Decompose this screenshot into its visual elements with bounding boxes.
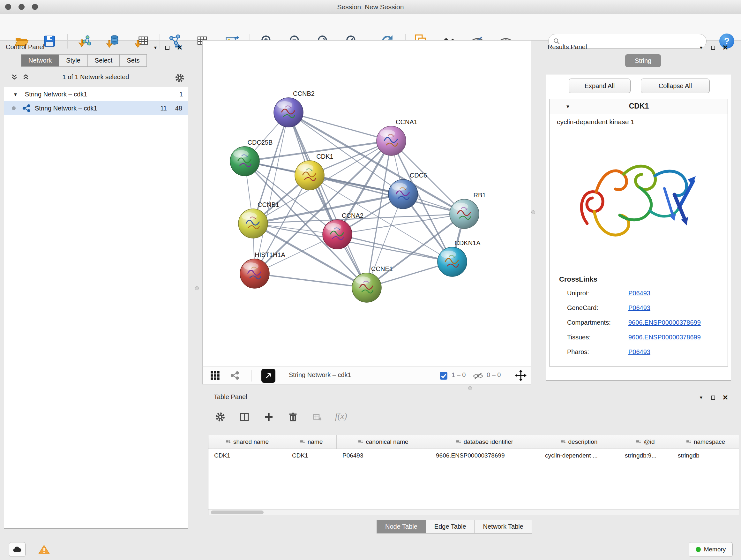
tab-network[interactable]: Network [21, 54, 59, 67]
table-settings-gear-icon[interactable] [215, 412, 225, 422]
function-builder-fx-icon: f(x) [335, 411, 347, 421]
birds-eye-view-grid-icon[interactable] [210, 371, 220, 380]
crosslink-row: Compartments:9606.ENSP00000378699 [549, 315, 728, 330]
panel-close-icon[interactable]: × [723, 394, 728, 401]
table-horizontal-scrollbar[interactable] [208, 509, 739, 515]
crosslink-link[interactable]: P06493 [628, 304, 650, 312]
network-view-toolbar: String Network – cdk1 1 – 0 0 – 0 [202, 367, 531, 384]
crosslink-link[interactable]: 9606.ENSP00000378699 [628, 319, 701, 326]
network-row-label: String Network – cdk1 [35, 105, 97, 112]
gene-description: cyclin-dependent kinase 1 [557, 118, 634, 126]
selected-checkbox-icon[interactable] [440, 372, 448, 380]
panel-float-icon[interactable] [711, 395, 715, 400]
table-cell[interactable]: stringdb:9... [619, 449, 672, 462]
panel-close-icon[interactable]: × [177, 44, 182, 51]
title-bar: Session: New Session [0, 0, 741, 14]
node-CDK1[interactable]: CDK1 [295, 153, 333, 190]
network-collection-row[interactable]: ▼ String Network – cdk1 1 [4, 87, 188, 101]
application-window: Session: New Session [0, 0, 741, 560]
create-column-plus-icon[interactable] [264, 412, 274, 422]
table-row[interactable]: CDK1CDK1P064939606.ENSP00000378699cyclin… [208, 449, 739, 462]
column-header-database-identifier[interactable]: database identifier [430, 435, 539, 449]
memory-button[interactable]: Memory [689, 542, 733, 557]
import-network-from-database-icon[interactable] [105, 33, 122, 50]
crosslink-link[interactable]: 9606.ENSP00000378699 [628, 334, 701, 341]
table-header-row: shared namenamecanonical namedatabase id… [208, 435, 739, 449]
panel-float-icon[interactable] [711, 46, 715, 50]
crosslink-link[interactable]: P06493 [628, 348, 650, 356]
edge-HIST1H1A-CCNE1[interactable] [255, 273, 367, 288]
results-tab-string[interactable]: String [625, 54, 661, 67]
edge-CDC6-CCNB1[interactable] [253, 194, 403, 224]
tab-edge-table[interactable]: Edge Table [426, 520, 475, 534]
open-in-new-window-icon[interactable] [261, 369, 275, 383]
table-cell[interactable]: 9606.ENSP00000378699 [430, 449, 539, 462]
horizontal-splitter-handle[interactable] [468, 386, 472, 390]
table-cell[interactable]: cyclin-dependent ... [539, 449, 619, 462]
network-options-gear-icon[interactable] [175, 73, 185, 83]
panel-menu-icon[interactable]: ▼ [699, 395, 703, 400]
network-row-selected[interactable]: String Network – cdk1 11 48 [4, 101, 188, 115]
column-header-shared-name[interactable]: shared name [208, 435, 286, 449]
table-cell[interactable]: CDK1 [286, 449, 337, 462]
network-edge-count: 48 [175, 105, 182, 112]
import-network-from-file-icon[interactable] [77, 33, 94, 50]
network-canvas[interactable]: CCNB2CCNA1CDC25BCDK1CDC6RB1CCNB1CCNA2CDK… [202, 40, 531, 367]
minimize-window-icon[interactable] [18, 4, 24, 10]
scrollbar-thumb[interactable] [211, 510, 264, 514]
node-label-RB1: RB1 [474, 192, 486, 199]
column-header-@id[interactable]: @id [619, 435, 672, 449]
node-RB1[interactable]: RB1 [450, 192, 486, 229]
table-cell[interactable]: P06493 [337, 449, 430, 462]
panel-menu-icon[interactable]: ▼ [699, 45, 703, 50]
close-window-icon[interactable] [5, 4, 11, 10]
node-CCNA1[interactable]: CCNA1 [377, 118, 417, 155]
hidden-eye-slash-icon[interactable] [473, 372, 483, 380]
vertical-splitter-handle[interactable] [195, 287, 199, 290]
tab-sets[interactable]: Sets [120, 54, 147, 67]
maximize-window-icon[interactable] [32, 4, 38, 10]
hidden-counter: 0 – 0 [487, 371, 501, 379]
crosslink-row: Uniprot:P06493 [549, 286, 728, 300]
gene-entry-header[interactable]: ▼ CDK1 [549, 99, 728, 114]
column-header-description[interactable]: description [539, 435, 619, 449]
column-header-namespace[interactable]: namespace [672, 435, 739, 449]
show-columns-icon[interactable] [239, 412, 250, 422]
node-HIST1H1A[interactable]: HIST1H1A [240, 251, 285, 288]
delete-column-trash-icon[interactable] [288, 412, 298, 422]
column-header-canonical-name[interactable]: canonical name [337, 435, 430, 449]
network-view-title: String Network – cdk1 [289, 371, 351, 379]
collapse-all-button[interactable]: Collapse All [641, 78, 710, 93]
vertical-splitter-handle[interactable] [531, 210, 535, 214]
tab-select[interactable]: Select [88, 54, 120, 67]
column-header-name[interactable]: name [286, 435, 337, 449]
share-network-icon[interactable] [230, 371, 240, 380]
tab-style[interactable]: Style [59, 54, 87, 67]
table-panel-title: Table Panel [214, 393, 247, 401]
edge-CCNB2-HIST1H1A[interactable] [255, 112, 288, 273]
crosslink-label: Uniprot: [567, 290, 628, 297]
panel-menu-icon[interactable]: ▼ [153, 45, 158, 50]
import-table-from-file-icon[interactable] [133, 33, 150, 50]
edge-CCNB2-CCNA1[interactable] [288, 112, 391, 141]
table-cell[interactable]: CDK1 [208, 449, 286, 462]
edge-CCNB2-CCNE1[interactable] [288, 112, 367, 288]
panel-float-icon[interactable] [165, 46, 170, 50]
crosslink-link[interactable]: P06493 [628, 290, 650, 297]
warning-icon[interactable] [36, 542, 52, 557]
tab-network-table[interactable]: Network Table [475, 520, 532, 534]
table-cell[interactable]: stringdb [672, 449, 739, 462]
cloud-task-icon[interactable] [9, 542, 25, 557]
node-label-CCNB2: CCNB2 [293, 90, 315, 97]
gene-name: CDK1 [594, 102, 684, 111]
panel-close-icon[interactable]: × [723, 44, 728, 51]
selected-counter: 1 – 0 [452, 371, 466, 379]
expand-all-button[interactable]: Expand All [569, 78, 630, 93]
toolbar-separator [67, 34, 68, 49]
pan-move-icon[interactable] [515, 369, 527, 381]
tab-node-table[interactable]: Node Table [377, 520, 426, 534]
collapse-entry-icon[interactable]: ▼ [565, 104, 570, 109]
node-CCNB2[interactable]: CCNB2 [274, 90, 315, 127]
tree-expander-icon[interactable]: ▼ [13, 91, 18, 97]
node-CDC25B[interactable]: CDC25B [230, 139, 273, 176]
